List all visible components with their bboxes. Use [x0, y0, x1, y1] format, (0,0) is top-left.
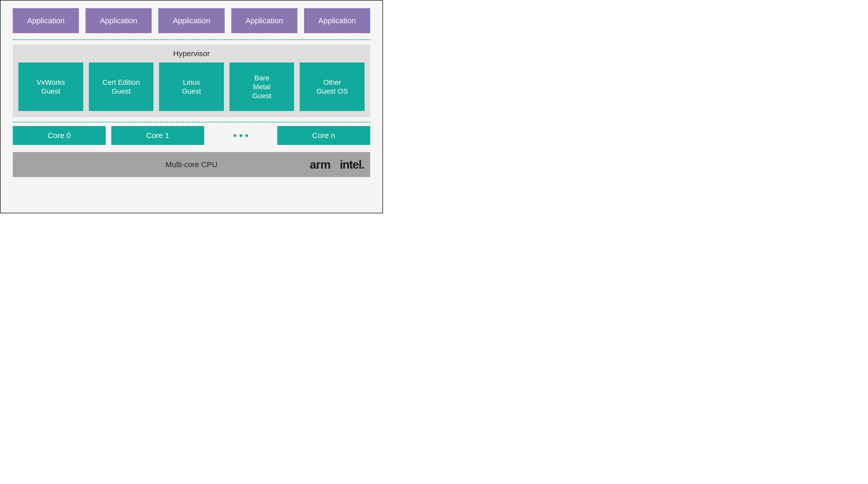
guest-other-os: Other Guest OS: [300, 63, 365, 111]
guest-vxworks: VxWorks Guest: [19, 63, 83, 111]
guest-linux: Linux Guest: [159, 63, 224, 111]
application-box-0: Application: [13, 8, 79, 33]
cores-row: Core 0 Core 1 Core n: [13, 126, 370, 145]
cpu-vendor-logos: arm intel.: [310, 158, 364, 171]
cores-ellipsis: [210, 134, 272, 137]
core-n-box: Core n: [277, 126, 370, 145]
ellipsis-dot-icon: [240, 134, 242, 137]
guest-bare-metal: Bare Metal Guest: [229, 63, 294, 111]
hypervisor-container: Hypervisor VxWorks Guest Cert Edition Gu…: [13, 45, 370, 117]
divider-apps-hypervisor: [13, 39, 370, 40]
arm-logo-icon: arm: [310, 158, 330, 171]
applications-row: Application Application Application Appl…: [13, 8, 370, 33]
guest-cert-edition: Cert Edition Guest: [89, 63, 154, 111]
core-0-box: Core 0: [13, 126, 106, 145]
application-box-4: Application: [304, 8, 370, 33]
intel-logo-icon: intel.: [340, 158, 364, 171]
ellipsis-dot-icon: [245, 134, 248, 137]
multicore-cpu-bar: Multi-core CPU arm intel.: [13, 152, 370, 177]
application-box-1: Application: [86, 8, 152, 33]
ellipsis-dot-icon: [234, 134, 237, 137]
core-1-box: Core 1: [111, 126, 204, 145]
hypervisor-label: Hypervisor: [19, 49, 365, 58]
hypervisor-architecture-diagram: Application Application Application Appl…: [0, 0, 383, 213]
divider-hypervisor-cores: [13, 122, 370, 123]
guests-row: VxWorks Guest Cert Edition Guest Linux G…: [19, 63, 365, 111]
application-box-3: Application: [231, 8, 298, 33]
application-box-2: Application: [158, 8, 224, 33]
